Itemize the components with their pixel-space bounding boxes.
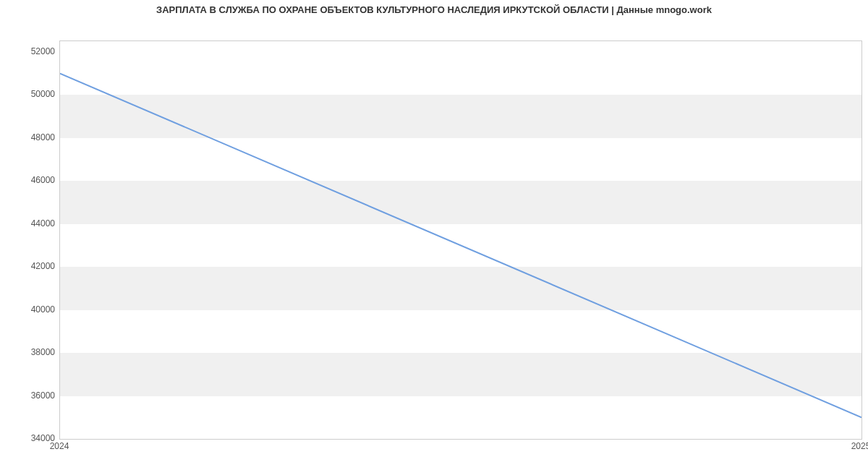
plot-area	[59, 40, 862, 440]
y-tick-label: 48000	[12, 132, 55, 142]
y-tick-label: 42000	[12, 261, 55, 271]
y-tick-label: 50000	[12, 89, 55, 99]
y-tick-label: 40000	[12, 304, 55, 315]
series-line	[60, 74, 861, 418]
y-tick-label: 36000	[12, 390, 55, 401]
x-tick-label: 2024	[50, 441, 69, 451]
chart-container: ЗАРПЛАТА В СЛУЖБА ПО ОХРАНЕ ОБЪЕКТОВ КУЛ…	[0, 0, 868, 470]
x-tick-label: 2025	[851, 441, 868, 451]
chart-title: ЗАРПЛАТА В СЛУЖБА ПО ОХРАНЕ ОБЪЕКТОВ КУЛ…	[0, 4, 868, 15]
y-tick-label: 52000	[12, 46, 55, 56]
y-tick-label: 38000	[12, 347, 55, 357]
y-tick-label: 44000	[12, 218, 55, 228]
data-line	[60, 41, 861, 439]
y-tick-label: 34000	[12, 433, 55, 443]
y-tick-label: 46000	[12, 175, 55, 185]
